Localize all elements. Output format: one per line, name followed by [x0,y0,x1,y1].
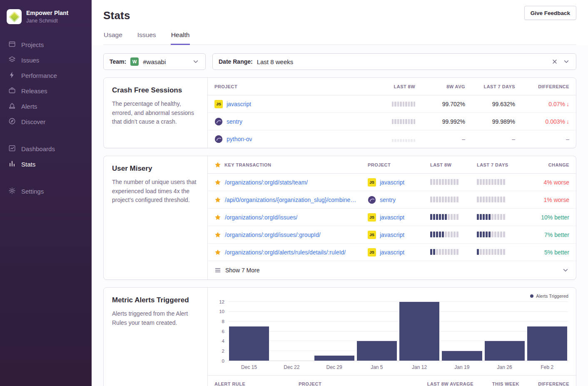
sidebar-item-dashboards[interactable]: Dashboards [0,142,92,156]
user-name: Jane Schmidt [26,18,68,24]
releases-icon [8,87,16,95]
sidebar-item-releases[interactable]: Releases [0,84,92,98]
key-transaction-star-icon[interactable] [214,232,221,238]
filter-bar: Team: W #wasabi Date Range: Last 8 weeks [103,53,576,70]
sidebar-item-label: Dashboards [21,145,55,152]
sparkline [392,117,416,124]
dashboards-icon [8,144,16,153]
project-link[interactable]: javascript [227,101,251,107]
legend-dot-icon [530,294,533,298]
col-difference: DIFFERENCE [538,84,569,89]
col-difference: DIFFERENCE [538,381,569,386]
table-header: PROJECT LAST 8W 8W AVG LAST 7 DAYS DIFFE… [208,78,576,95]
tab-issues[interactable]: Issues [137,31,157,45]
table-row: JS javascript 99.702% 99.632% 0.07%↓ [208,95,576,113]
chart-legend: Alerts Triggered [215,293,568,299]
chevron-down-icon [563,58,570,65]
sidebar-item-label: Issues [21,57,39,64]
sparkline-8w [430,213,458,220]
transaction-link[interactable]: /organizations/:orgId/alerts/rules/detai… [225,249,346,256]
project-link[interactable]: javascript [380,232,404,238]
sidebar-item-label: Performance [21,72,57,79]
chart-y-tick: 8 [222,319,224,324]
sidebar-item-label: Projects [21,41,44,48]
date-range-selector[interactable]: Date Range: Last 8 weeks [212,53,576,70]
key-transaction-star-icon[interactable] [214,214,221,221]
transaction-link[interactable]: /api/0/organizations/{organization_slug}… [225,197,356,203]
avg-8w-value: 99.992% [442,118,465,125]
sidebar-item-performance[interactable]: Performance [0,68,92,83]
team-avatar: W [130,57,139,66]
user-misery-panel: User Misery The number of unique users t… [103,156,576,280]
project-link[interactable]: python-ov [227,136,252,142]
user-misery-table: KEY TRANSACTION PROJECT LAST 8W LAST 7 D… [208,156,576,279]
sidebar-item-settings[interactable]: Settings [0,184,92,199]
transaction-link[interactable]: /organizations/:orgId/issues/:groupId/ [225,232,321,238]
javascript-platform-icon: JS [368,178,376,187]
transaction-link[interactable]: /organizations/:orgId/issues/ [225,214,297,221]
sidebar-item-alerts[interactable]: Alerts [0,99,92,114]
main-area: Stats Give Feedback Usage Issues Health … [92,0,588,386]
difference-value: – [566,136,569,142]
chart-y-tick: 0 [222,359,224,364]
alert-rules-table-header: ALERT RULE PROJECT LAST 8W AVERAGE THIS … [208,375,576,386]
chart-bar [314,356,354,361]
crash-free-table: PROJECT LAST 8W 8W AVG LAST 7 DAYS DIFFE… [208,78,576,148]
project-link[interactable]: javascript [380,214,404,221]
sidebar-item-issues[interactable]: Issues [0,53,92,67]
org-switcher[interactable]: Empower Plant Jane Schmidt [0,6,92,27]
chart-bar [485,341,525,361]
sidebar-item-projects[interactable]: Projects [0,37,92,52]
sparkline-7d [477,213,505,220]
avg-8w-value: – [462,136,465,142]
col-this-week: THIS WEEK [492,381,519,386]
chart-x-label: Jan 12 [398,364,441,370]
key-transaction-star-icon[interactable] [214,179,221,186]
tab-usage[interactable]: Usage [103,31,123,45]
sparkline-7d [477,231,505,237]
sidebar-item-stats[interactable]: Stats [0,157,92,172]
key-transaction-star-icon[interactable] [214,197,221,203]
clear-date-icon[interactable] [551,58,558,65]
performance-icon [8,71,16,80]
project-link[interactable]: javascript [380,249,404,256]
javascript-platform-icon: JS [368,231,376,239]
sparkline-7d [477,248,505,255]
key-transaction-star-icon[interactable] [214,249,221,256]
crash-free-sessions-panel: Crash Free Sessions The percentage of he… [103,77,576,148]
javascript-platform-icon: JS [214,100,223,108]
list-icon [214,267,221,274]
project-link[interactable]: javascript [380,179,404,186]
sidebar-item-label: Releases [21,87,47,95]
tab-bar: Usage Issues Health [103,31,576,45]
chart-y-tick: 10 [219,309,224,314]
settings-gear-icon [8,187,16,196]
transaction-link[interactable]: /organizations/:orgId/stats/team/ [225,179,308,186]
col-last-7-days: LAST 7 DAYS [477,162,523,167]
tab-health[interactable]: Health [171,31,190,45]
col-last-8w-average: LAST 8W AVERAGE [427,381,473,386]
nav-section-gap [0,172,92,183]
col-last-8w: LAST 8W [430,162,477,167]
alerts-chart-x-axis: Dec 15Dec 22Dec 29Jan 5Jan 12Jan 19Jan 2… [228,364,568,374]
arrow-down-icon: ↓ [566,118,569,125]
project-link[interactable]: sentry [227,118,242,125]
sparkline [392,100,416,107]
sentry-platform-icon [214,117,223,126]
page-header: Stats Give Feedback Usage Issues Health [92,0,588,45]
chart-x-label: Dec 29 [313,364,356,370]
last-7d-value: 99.989% [492,118,515,125]
col-project: PROJECT [368,162,430,167]
give-feedback-button[interactable]: Give Feedback [524,6,576,20]
show-more-button[interactable]: Show 7 More [208,261,576,279]
table-header: KEY TRANSACTION PROJECT LAST 8W LAST 7 D… [208,156,576,174]
project-link[interactable]: sentry [380,197,396,203]
sparkline-8w [430,196,458,202]
discover-icon [8,117,16,126]
last-7d-value: 99.632% [492,101,515,107]
team-selector[interactable]: Team: W #wasabi [103,53,206,70]
chart-bar [229,326,269,361]
panel-desc-text: The percentage of healthy, errored, and … [112,100,199,127]
sidebar-item-discover[interactable]: Discover [0,115,92,129]
chart-x-label: Dec 22 [270,364,313,370]
